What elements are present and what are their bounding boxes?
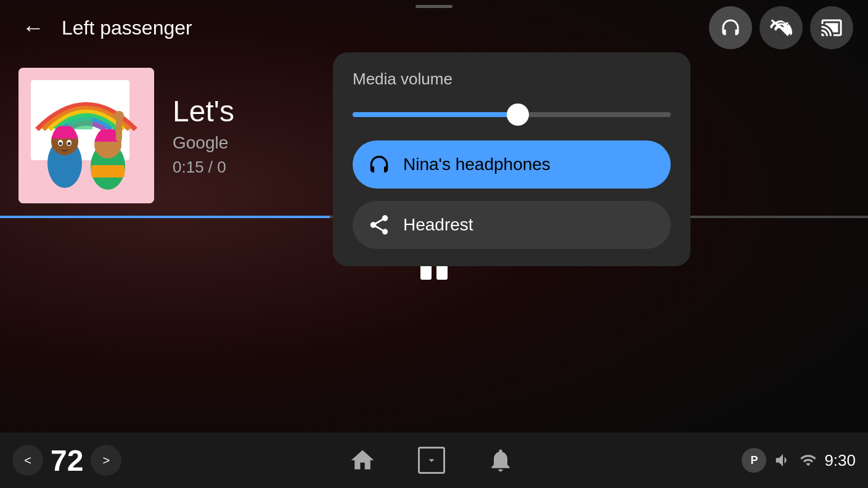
left-arrow-icon: < bbox=[24, 453, 31, 468]
bell-icon bbox=[487, 447, 514, 474]
progress-bar-fill bbox=[0, 216, 330, 218]
headphones-option-icon bbox=[367, 153, 391, 176]
cast-off-button[interactable] bbox=[810, 6, 853, 49]
ninas-headphones-label: Nina's headphones bbox=[403, 155, 551, 174]
slider-background bbox=[353, 112, 671, 117]
top-bar: ← Left passenger bbox=[0, 0, 868, 55]
slider-thumb[interactable] bbox=[507, 104, 529, 126]
wifi-off-button[interactable] bbox=[760, 6, 803, 49]
back-button[interactable]: ← bbox=[15, 9, 52, 46]
temp-increase-button[interactable]: > bbox=[91, 445, 121, 476]
headphones-button[interactable] bbox=[709, 6, 752, 49]
svg-point-7 bbox=[59, 142, 62, 145]
temperature-value: 72 bbox=[51, 444, 83, 478]
clock: 9:30 bbox=[824, 451, 856, 470]
headrest-option-icon bbox=[367, 213, 391, 237]
right-arrow-icon: > bbox=[103, 453, 110, 468]
menu-box-icon bbox=[418, 447, 445, 474]
volume-label: Media volume bbox=[353, 70, 671, 89]
menu-button[interactable] bbox=[416, 444, 448, 476]
back-arrow-icon: ← bbox=[22, 17, 44, 39]
profile-badge[interactable]: P bbox=[742, 448, 766, 473]
svg-rect-13 bbox=[91, 165, 125, 177]
volume-slider[interactable] bbox=[353, 101, 671, 128]
headrest-label: Headrest bbox=[403, 215, 473, 235]
svg-point-12 bbox=[114, 111, 124, 121]
notification-button[interactable] bbox=[485, 444, 517, 476]
svg-point-8 bbox=[68, 142, 71, 145]
profile-badge-label: P bbox=[750, 454, 758, 467]
bottom-bar: < 72 > P bbox=[0, 433, 868, 488]
volume-popup: Media volume Nina's headphones Headrest bbox=[333, 52, 690, 266]
headrest-option[interactable]: Headrest bbox=[353, 201, 671, 249]
home-icon bbox=[349, 447, 376, 474]
wifi-off-icon bbox=[770, 17, 792, 39]
page-title: Left passenger bbox=[62, 17, 192, 39]
home-button[interactable] bbox=[346, 444, 379, 476]
volume-status-icon bbox=[774, 451, 792, 470]
temp-decrease-button[interactable]: < bbox=[12, 445, 43, 476]
bottom-center-icons bbox=[121, 444, 742, 476]
slider-fill bbox=[353, 112, 518, 117]
headphones-icon bbox=[719, 17, 742, 39]
temperature-nav: < 72 > bbox=[12, 444, 121, 478]
signal-icon bbox=[800, 452, 817, 469]
album-illustration bbox=[18, 68, 154, 203]
chevron-down-icon bbox=[425, 453, 438, 467]
ninas-headphones-option[interactable]: Nina's headphones bbox=[353, 140, 671, 189]
album-art bbox=[18, 68, 154, 203]
cast-off-icon bbox=[821, 17, 843, 39]
status-bar: P 9:30 bbox=[742, 448, 856, 473]
top-right-icons bbox=[709, 6, 853, 49]
